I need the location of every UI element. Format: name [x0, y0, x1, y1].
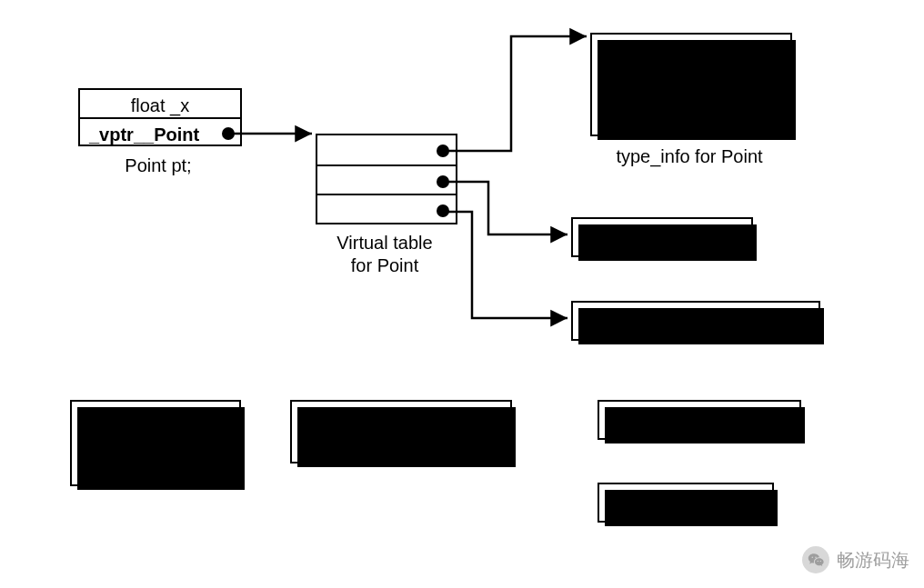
- typeinfo-caption: type_info for Point: [569, 146, 809, 167]
- vtable-slot1-dot-icon: [437, 175, 449, 188]
- print-text: Point::print(ostream&): [573, 306, 761, 326]
- ctor-text: Point::Point(float): [599, 405, 749, 425]
- static-fn-line2: Point::PointCount(): [303, 431, 457, 451]
- typeinfo-box: [590, 33, 792, 136]
- object-vptr-text: _vptr__Point: [89, 125, 199, 145]
- wechat-icon: [802, 546, 829, 573]
- vtable-caption-line2: for Point: [351, 255, 418, 275]
- object-caption: Point pt;: [98, 155, 218, 176]
- object-member-text: float _x: [131, 95, 189, 115]
- object-member-row: float _x: [80, 90, 240, 117]
- static-fn-box: static int Point::PointCount(): [290, 400, 512, 463]
- vtable-slot-0: [317, 135, 456, 164]
- watermark-text: 畅游码海: [837, 548, 909, 573]
- static-data-line3: _point_count: [83, 453, 187, 473]
- vtable-slot2-dot-icon: [437, 204, 449, 217]
- vtable-caption: Virtual table for Point: [320, 232, 449, 277]
- vtable-box: [316, 134, 457, 224]
- arrow-slot2-print: [441, 212, 567, 318]
- vtable-caption-line1: Virtual table: [336, 233, 432, 253]
- dtor-box: Point::~Point(): [571, 217, 753, 257]
- arrow-slot0-typeinfo: [443, 36, 587, 151]
- dtor-text: Point::~Point(): [573, 223, 699, 243]
- arrow-slot1-dtor: [442, 182, 567, 234]
- getx-text: float Point::x(): [599, 488, 722, 508]
- static-fn-line1: static int: [303, 408, 369, 428]
- static-data-line2: Point::: [83, 431, 135, 451]
- diagram-stage: float _x _vptr__Point Point pt; Virtual …: [0, 0, 924, 588]
- getx-box: float Point::x(): [598, 483, 774, 523]
- watermark: 畅游码海: [802, 546, 909, 573]
- vtable-slot-1: [317, 164, 456, 194]
- static-data-line1: static int: [83, 408, 149, 428]
- object-vptr-row: _vptr__Point: [80, 117, 240, 145]
- static-data-box: static int Point:: _point_count: [70, 400, 241, 486]
- ctor-box: Point::Point(float): [598, 400, 801, 440]
- vtable-slot0-dot-icon: [437, 145, 449, 157]
- vptr-dot-icon: [222, 127, 235, 140]
- object-box: float _x _vptr__Point: [78, 88, 242, 146]
- vtable-slot-2: [317, 194, 456, 223]
- print-box: Point::print(ostream&): [571, 301, 820, 341]
